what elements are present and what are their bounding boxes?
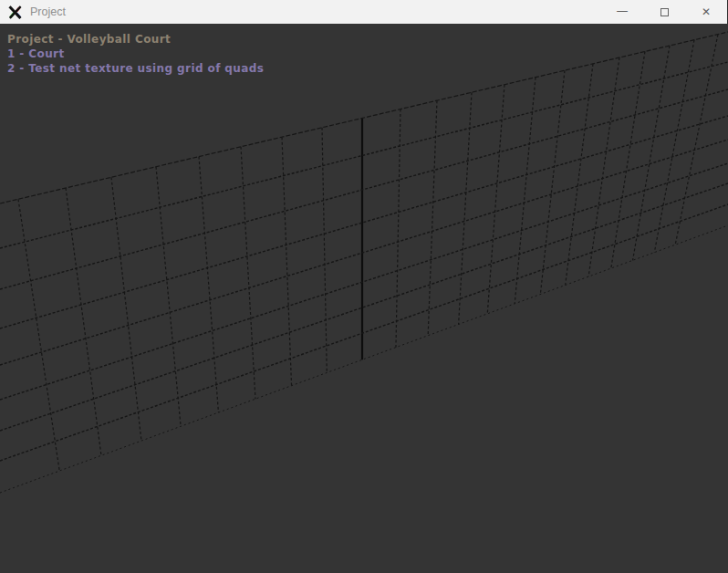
app-x-logo-icon[interactable] (7, 5, 23, 20)
close-button[interactable]: ✕ (685, 0, 727, 24)
window-controls: — ✕ (601, 0, 727, 24)
minimize-button[interactable]: — (601, 0, 643, 24)
hud-option-2: 2 - Test net texture using grid of quads (7, 61, 264, 76)
maximize-icon (660, 8, 669, 16)
close-icon: ✕ (702, 5, 711, 18)
net-wireframe (0, 24, 728, 573)
maximize-button[interactable] (643, 0, 685, 24)
window-title: Project (30, 5, 66, 18)
hud-project-title: Project - Volleyball Court (7, 32, 264, 47)
hud-option-1: 1 - Court (7, 47, 264, 61)
hud-overlay: Project - Volleyball Court 1 - Court 2 -… (7, 32, 264, 76)
app-window: Project — ✕ Project - Volleyball Court 1… (0, 0, 728, 573)
render-viewport[interactable]: Project - Volleyball Court 1 - Court 2 -… (0, 24, 728, 573)
minimize-icon: — (617, 4, 629, 17)
titlebar[interactable]: Project — ✕ (0, 0, 728, 24)
